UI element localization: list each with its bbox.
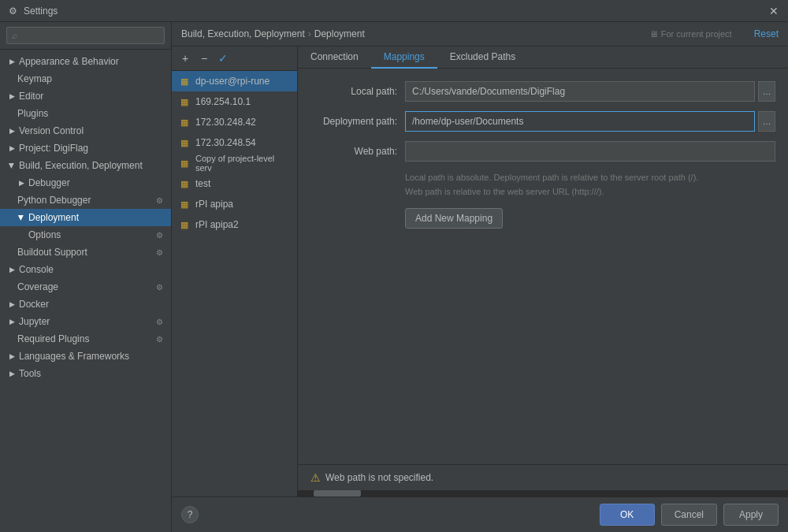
sidebar-item-required-plugins[interactable]: Required Plugins ⚙ bbox=[0, 330, 171, 348]
sidebar-item-label: Keymap bbox=[16, 73, 52, 84]
local-path-label: Local path: bbox=[310, 86, 405, 97]
help-button[interactable]: ? bbox=[181, 506, 199, 523]
badge-icon: ⚙ bbox=[154, 229, 165, 240]
sidebar-item-label: Docker bbox=[17, 299, 49, 310]
local-path-browse-button[interactable]: … bbox=[758, 81, 775, 102]
bottom-left: ? bbox=[181, 506, 199, 523]
sidebar-item-label: Languages & Frameworks bbox=[17, 351, 129, 362]
arrow-icon: ▶ bbox=[6, 125, 17, 136]
sidebar-item-console[interactable]: ▶ Console bbox=[0, 261, 171, 278]
local-path-input[interactable] bbox=[405, 81, 755, 102]
sidebar-item-label: Deployment bbox=[27, 212, 79, 223]
sidebar-item-buildout[interactable]: Buildout Support ⚙ bbox=[0, 244, 171, 261]
deployment-path-label: Deployment path: bbox=[310, 116, 405, 127]
hint-line1: Local path is absolute. Deployment path … bbox=[405, 173, 698, 182]
breadcrumb-separator: › bbox=[308, 28, 311, 39]
server-item[interactable]: ▦ 172.30.248.42 bbox=[172, 112, 297, 132]
warning-bar: ⚠ Web path is not specified. bbox=[298, 464, 788, 490]
sidebar-item-label: Buildout Support bbox=[16, 247, 87, 258]
ok-button[interactable]: OK bbox=[600, 504, 655, 526]
sidebar-item-plugins[interactable]: Plugins bbox=[0, 105, 171, 122]
scroll-thumb[interactable] bbox=[314, 490, 361, 497]
server-label: rPI apipa bbox=[195, 199, 233, 210]
server-toolbar: + − ✓ bbox=[172, 47, 297, 71]
tab-connection[interactable]: Connection bbox=[298, 47, 371, 69]
warning-icon: ⚠ bbox=[310, 471, 321, 484]
sidebar-item-jupyter[interactable]: ▶ Jupyter ⚙ bbox=[0, 313, 171, 330]
server-label: 172.30.248.42 bbox=[195, 117, 256, 128]
sidebar-item-python-debugger[interactable]: Python Debugger ⚙ bbox=[0, 192, 171, 209]
sidebar-item-label: Coverage bbox=[16, 281, 58, 292]
sidebar-item-label: Appearance & Behavior bbox=[17, 56, 119, 67]
close-button[interactable]: ✕ bbox=[766, 3, 782, 19]
web-path-input[interactable] bbox=[405, 141, 775, 162]
sidebar-item-options[interactable]: Options ⚙ bbox=[0, 226, 171, 244]
local-path-input-wrap: … bbox=[405, 81, 775, 102]
sidebar-item-tools[interactable]: ▶ Tools bbox=[0, 365, 171, 382]
hint-line2: Web path is relative to the web server U… bbox=[405, 187, 604, 196]
breadcrumb-info: 🖥 For current project Reset bbox=[649, 28, 779, 39]
server-item[interactable]: ▦ rPI apipa2 bbox=[172, 214, 297, 235]
form-area: Local path: … Deployment path: … bbox=[298, 69, 788, 464]
remove-server-button[interactable]: − bbox=[195, 50, 213, 67]
add-new-mapping-button[interactable]: Add New Mapping bbox=[405, 208, 503, 229]
cancel-button[interactable]: Cancel bbox=[661, 504, 717, 526]
warning-text: Web path is not specified. bbox=[325, 472, 433, 483]
sidebar-item-label: Console bbox=[17, 264, 54, 275]
horizontal-scrollbar[interactable] bbox=[298, 490, 788, 497]
apply-button[interactable]: Apply bbox=[723, 504, 779, 526]
web-path-input-wrap bbox=[405, 141, 775, 162]
server-list: ▦ dp-user@rpi-rune ▦ 169.254.10.1 ▦ 172.… bbox=[172, 71, 297, 497]
server-label: 169.254.10.1 bbox=[195, 96, 251, 107]
server-label: 172.30.248.54 bbox=[195, 137, 256, 148]
sidebar-item-project[interactable]: ▶ Project: DigiFlag bbox=[0, 140, 171, 157]
server-item[interactable]: ▦ Copy of project-level serv bbox=[172, 153, 297, 173]
sidebar-item-languages[interactable]: ▶ Languages & Frameworks bbox=[0, 348, 171, 365]
sidebar-item-deployment[interactable]: ▶ Deployment bbox=[0, 209, 171, 226]
server-icon: ▦ bbox=[178, 177, 191, 190]
server-item[interactable]: ▦ 169.254.10.1 bbox=[172, 91, 297, 112]
sidebar-item-version-control[interactable]: ▶ Version Control bbox=[0, 122, 171, 140]
deployment-path-input-wrap: … bbox=[405, 111, 775, 132]
sidebar-item-label: Version Control bbox=[17, 125, 84, 136]
sidebar-item-debugger[interactable]: ▶ Debugger bbox=[0, 174, 171, 192]
deployment-path-row: Deployment path: … bbox=[310, 111, 775, 132]
title-bar-title: Settings bbox=[24, 6, 58, 17]
right-content: Connection Mappings Excluded Paths Local… bbox=[298, 47, 788, 497]
sidebar-item-keymap[interactable]: Keymap bbox=[0, 70, 171, 87]
server-icon: ▦ bbox=[178, 218, 191, 231]
sidebar-item-editor[interactable]: ▶ Editor bbox=[0, 87, 171, 105]
sidebar-item-label: Python Debugger bbox=[16, 195, 91, 206]
server-list-area: + − ✓ ▦ dp-user@rpi-rune ▦ 169.254.10.1 … bbox=[172, 47, 298, 497]
app-icon: ⚙ bbox=[6, 5, 19, 17]
server-item[interactable]: ▦ test bbox=[172, 173, 297, 194]
add-server-button[interactable]: + bbox=[177, 50, 194, 67]
server-icon: ▦ bbox=[178, 157, 191, 169]
web-path-row: Web path: bbox=[310, 141, 775, 162]
confirm-server-button[interactable]: ✓ bbox=[214, 50, 232, 67]
arrow-icon: ▶ bbox=[6, 56, 17, 67]
sidebar-item-build[interactable]: ▶ Build, Execution, Deployment bbox=[0, 157, 171, 174]
server-icon: ▦ bbox=[178, 116, 191, 128]
deployment-path-browse-button[interactable]: … bbox=[758, 111, 775, 132]
tab-mappings[interactable]: Mappings bbox=[371, 47, 437, 69]
arrow-icon: ▶ bbox=[6, 351, 17, 362]
title-bar-left: ⚙ Settings bbox=[6, 5, 58, 17]
server-item[interactable]: ▦ dp-user@rpi-rune bbox=[172, 71, 297, 91]
badge-icon: ⚙ bbox=[154, 316, 165, 327]
sidebar-item-coverage[interactable]: Coverage ⚙ bbox=[0, 278, 171, 296]
content-area: Build, Execution, Deployment › Deploymen… bbox=[172, 22, 788, 532]
server-item[interactable]: ▦ rPI apipa bbox=[172, 194, 297, 214]
deployment-path-input[interactable] bbox=[405, 111, 755, 132]
sidebar-item-appearance[interactable]: ▶ Appearance & Behavior bbox=[0, 53, 171, 70]
arrow-icon: ▶ bbox=[16, 177, 27, 188]
arrow-icon: ▶ bbox=[6, 160, 17, 171]
server-item[interactable]: ▦ 172.30.248.54 bbox=[172, 132, 297, 153]
reset-button[interactable]: Reset bbox=[754, 28, 779, 39]
search-input[interactable] bbox=[6, 27, 165, 44]
breadcrumb-current: Deployment bbox=[314, 28, 365, 39]
arrow-icon: ▶ bbox=[6, 368, 17, 379]
search-box bbox=[0, 22, 171, 50]
sidebar-item-docker[interactable]: ▶ Docker bbox=[0, 296, 171, 313]
tab-excluded-paths[interactable]: Excluded Paths bbox=[437, 47, 528, 69]
